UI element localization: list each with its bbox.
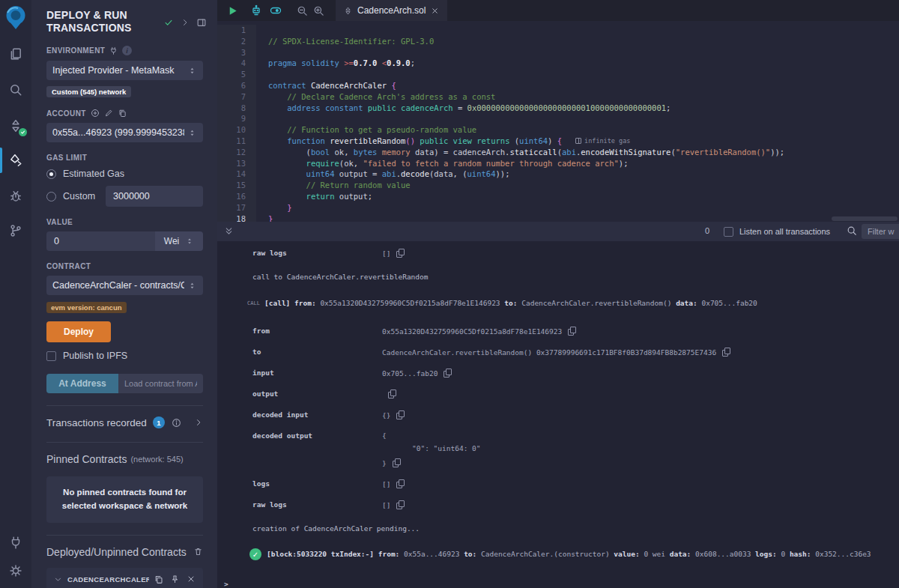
panel-check-icon [163,17,174,28]
gas-limit-label: GAS LIMIT [46,154,87,162]
transactions-recorded-label: Transactions recorded [46,417,147,428]
debugger-icon[interactable] [0,185,31,207]
terminal-row-label: to [252,348,382,356]
environment-info-icon[interactable]: i [122,46,132,55]
pin-contract-icon[interactable] [170,575,180,584]
clear-deployed-icon[interactable] [193,547,203,557]
terminal-row-label: decoded output [252,431,382,440]
account-select[interactable]: 0x55a...46923 (999.9999453238 [46,123,203,142]
deploy-run-icon[interactable] [0,149,31,172]
listen-all-checkbox[interactable] [724,227,733,237]
remix-logo[interactable] [4,4,28,30]
estimated-gas-label: Estimated Gas [63,169,124,179]
terminal-kv-row: toCadenceArchCaler.revertibleRandom() 0x… [217,348,899,357]
copy-icon[interactable] [396,249,405,258]
tab-cadencearch-sol[interactable]: CadenceArch.sol [336,0,447,21]
custom-gas-input[interactable] [106,186,203,207]
account-label: ACCOUNT [46,109,86,118]
terminal-kv-row: input0x705...fab20 [217,369,899,378]
line-number: 15 [217,180,256,191]
toggle-icon[interactable] [269,4,282,16]
copy-icon[interactable] [568,327,576,336]
publish-ipfs-checkbox[interactable] [46,351,56,361]
custom-gas-label: Custom [63,191,95,201]
code-line: 6contract CadenceArchCaler { [217,80,899,91]
robot-icon[interactable] [250,4,262,16]
transactions-expand-icon[interactable] [194,418,203,427]
copy-icon[interactable] [396,479,405,488]
terminal-row-value: {"0": "uint64: 0"} [382,431,481,467]
play-icon[interactable] [227,5,238,16]
terminal-prompt[interactable]: > [217,580,899,588]
terminal-text-line: creation of CadenceArchCaler pending... [217,524,899,533]
copy-account-icon[interactable] [118,109,127,118]
copy-icon[interactable] [396,500,405,509]
terminal-row-value: {} [382,410,405,419]
value-input[interactable] [46,231,155,251]
success-check-icon [249,548,261,560]
pinned-network-label: (network: 545) [130,455,183,464]
terminal-search-icon [847,225,857,236]
remove-contract-icon[interactable] [187,575,196,584]
transactions-info-icon[interactable] [172,418,181,428]
line-number: 4 [217,58,256,69]
terminal-filter-input[interactable] [862,224,899,239]
contract-select[interactable]: CadenceArchCaler - contracts/Cac [46,276,203,295]
line-number: 18 [217,213,256,222]
at-address-button[interactable]: At Address [46,374,118,393]
line-number: 12 [217,147,256,158]
code-text: contract CadenceArchCaler { [256,80,396,91]
deployed-contract-card: CADENCEARCHCALER AT 0) Balance: 0 ETH ca… [46,568,203,588]
environment-label: ENVIRONMENT [46,46,105,55]
code-text: // Declare Cadence Arch's address as a c… [256,91,495,103]
copy-icon[interactable] [444,369,452,378]
code-line: 10 // Function to get a pseudo-random va… [217,124,899,136]
copy-icon[interactable] [396,410,405,419]
solidity-file-icon [344,7,352,15]
terminal-text-line: call to CadenceArchCaler.revertibleRando… [217,273,899,281]
call-tag: CALL [247,300,264,306]
search-icon[interactable] [0,79,31,101]
chevron-updown-icon [187,128,197,138]
editor-toolbar: CadenceArch.sol [217,0,899,21]
transactions-recorded-section[interactable]: Transactions recorded 1 [46,406,203,430]
source-control-icon[interactable] [0,219,31,242]
decoded-open: { [382,431,481,440]
solidity-compiler-icon[interactable] [0,115,31,137]
close-tab-icon[interactable] [431,7,439,15]
panel-forward-icon[interactable] [181,18,190,27]
add-account-icon[interactable] [91,109,100,118]
at-address-input[interactable] [118,374,203,393]
copy-address-icon[interactable] [154,575,163,584]
file-explorer-icon[interactable] [0,43,31,65]
code-line: 3 [217,47,899,58]
fork-icon[interactable] [109,46,118,55]
custom-gas-radio[interactable] [46,192,56,201]
terminal-row-label: decoded input [252,410,382,419]
copy-icon[interactable] [393,458,401,467]
copy-icon[interactable] [722,348,730,357]
code-line: 15 // Return random value [217,180,899,191]
terminal-output[interactable]: raw logs[]call to CadenceArchCaler.rever… [217,241,899,588]
pin-panel-icon[interactable] [196,17,207,28]
code-text: address constant public cadenceArch = 0x… [256,103,671,114]
settings-icon[interactable] [0,560,31,582]
zoom-in-icon[interactable] [313,5,324,16]
copy-icon[interactable] [388,390,396,398]
code-line: 17 } [217,202,899,213]
block-summary: [block:5033220 txIndex:-] from: 0x55a...… [267,550,871,558]
code-line: 14 uint64 output = abi.decode(data, (uin… [217,169,899,180]
horizontal-scrollbar[interactable] [832,216,898,221]
code-editor[interactable]: 12// SPDX-License-Identifier: GPL-3.034p… [217,21,899,222]
listen-all-label: Listen on all transactions [739,227,830,236]
collapse-terminal-icon[interactable] [224,226,234,236]
collapse-contract-icon[interactable] [54,575,62,584]
environment-select[interactable]: Injected Provider - MetaMask [46,61,203,80]
sign-message-icon[interactable] [104,109,113,118]
code-text [256,69,268,80]
deploy-button[interactable]: Deploy [46,321,111,342]
plugin-manager-icon[interactable] [0,531,31,554]
estimated-gas-radio[interactable] [46,169,56,179]
zoom-out-icon[interactable] [297,5,308,16]
value-unit-select[interactable]: Wei [155,231,203,251]
